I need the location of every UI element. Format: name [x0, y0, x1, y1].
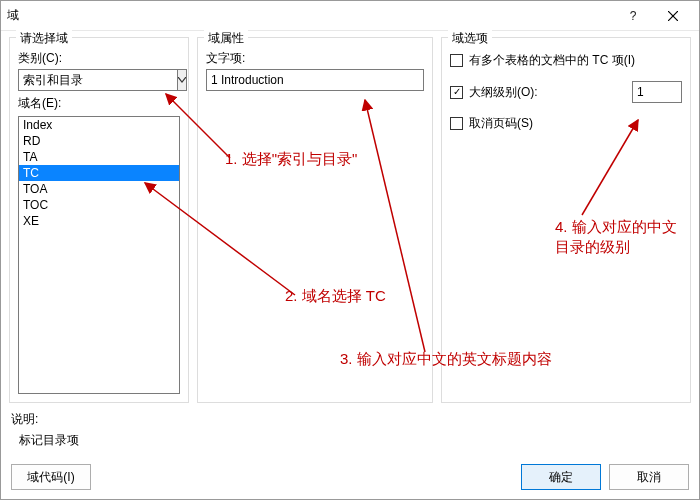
- group-field-options: 域选项 有多个表格的文档中的 TC 项(I) 大纲级别(O): 取消页码(S): [441, 37, 691, 403]
- checkbox-outline-label: 大纲级别(O):: [469, 84, 538, 101]
- category-select-value[interactable]: [18, 69, 178, 91]
- checkbox-multi-label: 有多个表格的文档中的 TC 项(I): [469, 52, 635, 69]
- checkbox-nopage[interactable]: [450, 117, 463, 130]
- textitem-label: 文字项:: [206, 50, 424, 67]
- help-button[interactable]: ?: [613, 2, 653, 30]
- close-icon: [668, 11, 678, 21]
- list-item[interactable]: TC: [19, 165, 179, 181]
- category-label: 类别(C):: [18, 50, 180, 67]
- outline-level-input[interactable]: [632, 81, 682, 103]
- chevron-down-icon[interactable]: [178, 69, 187, 91]
- description-value: 标记目录项: [11, 432, 689, 449]
- checkbox-multi[interactable]: [450, 54, 463, 67]
- description-label: 说明:: [11, 411, 689, 428]
- group-select-field: 请选择域 类别(C): 域名(E): IndexRDTATCTOATOCXE: [9, 37, 189, 403]
- list-item[interactable]: TOC: [19, 197, 179, 213]
- group-title-left: 请选择域: [16, 30, 72, 47]
- field-dialog: 域 ? 请选择域 类别(C): 域名(E): IndexRD: [0, 0, 700, 500]
- category-select[interactable]: [18, 69, 180, 91]
- fieldname-listbox[interactable]: IndexRDTATCTOATOCXE: [18, 116, 180, 394]
- close-button[interactable]: [653, 2, 693, 30]
- checkbox-nopage-label: 取消页码(S): [469, 115, 533, 132]
- ok-button[interactable]: 确定: [521, 464, 601, 490]
- list-item[interactable]: TA: [19, 149, 179, 165]
- group-title-right: 域选项: [448, 30, 492, 47]
- field-codes-button[interactable]: 域代码(I): [11, 464, 91, 490]
- description-area: 说明: 标记目录项: [1, 407, 699, 455]
- cancel-button[interactable]: 取消: [609, 464, 689, 490]
- group-field-properties: 域属性 文字项:: [197, 37, 433, 403]
- list-item[interactable]: XE: [19, 213, 179, 229]
- textitem-input[interactable]: [206, 69, 424, 91]
- dialog-title: 域: [7, 7, 613, 24]
- group-title-mid: 域属性: [204, 30, 248, 47]
- dialog-content: 请选择域 类别(C): 域名(E): IndexRDTATCTOATOCXE 域…: [1, 31, 699, 407]
- list-item[interactable]: RD: [19, 133, 179, 149]
- list-item[interactable]: TOA: [19, 181, 179, 197]
- list-item[interactable]: Index: [19, 117, 179, 133]
- dialog-footer: 域代码(I) 确定 取消: [1, 455, 699, 499]
- fieldname-label: 域名(E):: [18, 95, 180, 112]
- checkbox-outline[interactable]: [450, 86, 463, 99]
- titlebar: 域 ?: [1, 1, 699, 31]
